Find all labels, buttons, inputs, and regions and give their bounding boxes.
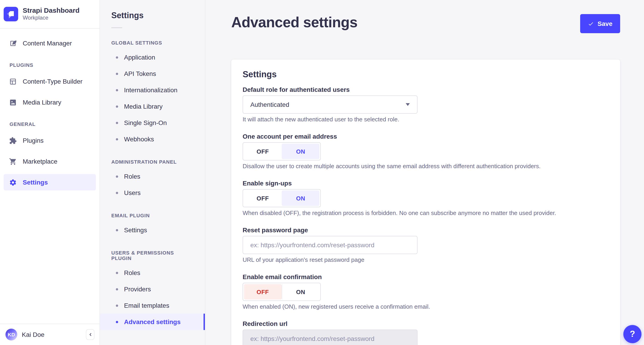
cart-icon (9, 158, 17, 165)
toggle-on-option[interactable]: ON (282, 284, 320, 299)
subnav-divider (111, 27, 122, 28)
bullet-icon (116, 304, 118, 306)
toggle-on-option[interactable]: ON (282, 144, 320, 159)
sidebar-item-content-manager[interactable]: Content Manager (4, 35, 96, 51)
subnav-item-label: Providers (124, 285, 151, 293)
brand-text: Strapi Dashboard Workplace (23, 6, 80, 21)
subnav-item-label: Roles (124, 269, 140, 276)
field-helper: When enabled (ON), new registered users … (242, 303, 609, 310)
subnav-item-webhooks[interactable]: Webhooks (100, 131, 205, 147)
field-sign-ups: Enable sign-ups OFF ON When disabled (OF… (242, 180, 609, 216)
subnav-item-label: Single Sign-On (124, 119, 167, 126)
subnav-item-internationalization[interactable]: Internationalization (100, 82, 205, 98)
subnav-item-providers[interactable]: Providers (100, 281, 205, 297)
bullet-icon (116, 175, 118, 177)
subnav-item-advanced-settings[interactable]: Advanced settings (100, 314, 205, 330)
sidebar-item-plugins[interactable]: Plugins (4, 132, 96, 149)
field-redirection-url: Redirection url (242, 320, 609, 345)
settings-card: Settings Default role for authenticated … (231, 60, 620, 345)
field-label: Enable sign-ups (242, 180, 609, 187)
question-icon: ? (630, 329, 635, 339)
bullet-icon (116, 321, 118, 323)
default-role-select[interactable]: Authenticated (242, 96, 418, 114)
subnav-item-label: API Tokens (124, 70, 156, 77)
select-value: Authenticated (250, 101, 289, 108)
subnav-group-label: USERS & PERMISSIONS PLUGIN (100, 250, 205, 261)
caret-down-icon (406, 103, 410, 106)
avatar[interactable]: KD (6, 329, 17, 340)
toggle-off-option[interactable]: OFF (244, 144, 282, 159)
image-icon (9, 98, 17, 106)
settings-subnav: Settings GLOBAL SETTINGS Application API… (100, 0, 205, 345)
gear-icon (9, 178, 17, 186)
field-helper: Disallow the user to create multiple acc… (242, 163, 609, 170)
save-button-label: Save (598, 20, 612, 27)
redirection-url-input (242, 329, 418, 345)
subnav-group-users-permissions: USERS & PERMISSIONS PLUGIN Roles Provide… (100, 250, 205, 330)
field-one-account: One account per email address OFF ON Dis… (242, 133, 609, 170)
main-sidebar: Strapi Dashboard Workplace Content Manag… (0, 0, 100, 345)
bullet-icon (116, 272, 118, 274)
subnav-item-label: Internationalization (124, 86, 178, 94)
sidebar-section-general: GENERAL (10, 121, 96, 127)
pen-icon (9, 39, 17, 47)
page-title: Advanced settings (231, 14, 357, 31)
subnav-item-application[interactable]: Application (100, 49, 205, 66)
sidebar-item-settings[interactable]: Settings (4, 174, 96, 190)
subnav-item-email-settings[interactable]: Settings (100, 222, 205, 238)
sidebar-nav: Content Manager PLUGINS Content-Type Bui… (0, 29, 100, 195)
subnav-item-media-library[interactable]: Media Library (100, 98, 205, 115)
subnav-item-single-sign-on[interactable]: Single Sign-On (100, 115, 205, 131)
help-button[interactable]: ? (623, 325, 642, 343)
layout-grid-icon (9, 78, 17, 85)
subnav-item-admin-users[interactable]: Users (100, 185, 205, 201)
bullet-icon (116, 73, 118, 75)
user-name[interactable]: Kai Doe (22, 331, 81, 338)
sidebar-item-label: Plugins (23, 137, 44, 144)
toggle-on-option[interactable]: ON (282, 190, 320, 206)
sidebar-item-label: Content-Type Builder (23, 78, 82, 85)
subnav-group-label: ADMINISTRATION PANEL (100, 159, 205, 165)
sidebar-item-label: Marketplace (23, 158, 58, 165)
sidebar-section-plugins: PLUGINS (10, 62, 96, 68)
subnav-item-label: Webhooks (124, 135, 154, 143)
subnav-group-administration-panel: ADMINISTRATION PANEL Roles Users (100, 159, 205, 201)
strapi-logo-icon (4, 7, 18, 21)
subnav-title: Settings (100, 11, 205, 21)
toggle-off-option[interactable]: OFF (244, 190, 282, 206)
bullet-icon (116, 288, 118, 290)
workspace-subtitle: Workplace (23, 15, 80, 21)
toggle-off-option[interactable]: OFF (244, 284, 282, 299)
workspace-brand: Strapi Dashboard Workplace (0, 0, 100, 29)
field-helper: When disabled (OFF), the registration pr… (242, 210, 609, 216)
subnav-group-email-plugin: EMAIL PLUGIN Settings (100, 213, 205, 238)
subnav-item-label: Media Library (124, 103, 163, 110)
subnav-item-label: Advanced settings (124, 318, 180, 325)
bullet-icon (116, 192, 118, 194)
bullet-icon (116, 89, 118, 91)
bullet-icon (116, 138, 118, 140)
chevron-left-icon (88, 332, 92, 337)
bullet-icon (116, 122, 118, 124)
field-label: Default role for authenticated users (242, 86, 609, 93)
sidebar-item-content-type-builder[interactable]: Content-Type Builder (4, 73, 96, 90)
bullet-icon (116, 229, 118, 231)
card-title: Settings (242, 70, 609, 80)
collapse-sidebar-button[interactable] (86, 329, 94, 340)
save-button[interactable]: Save (580, 14, 620, 33)
sidebar-item-media-library[interactable]: Media Library (4, 94, 96, 110)
subnav-group-label: EMAIL PLUGIN (100, 213, 205, 218)
reset-password-input[interactable] (242, 236, 418, 254)
sidebar-item-label: Media Library (23, 99, 61, 106)
subnav-item-label: Roles (124, 173, 140, 180)
subnav-item-email-templates[interactable]: Email templates (100, 297, 205, 314)
workspace-title: Strapi Dashboard (23, 6, 80, 15)
subnav-item-admin-roles[interactable]: Roles (100, 168, 205, 185)
subnav-item-label: Email templates (124, 302, 169, 309)
sidebar-item-marketplace[interactable]: Marketplace (4, 153, 96, 170)
subnav-item-up-roles[interactable]: Roles (100, 264, 205, 281)
field-email-confirmation: Enable email confirmation OFF ON When en… (242, 273, 609, 310)
subnav-item-api-tokens[interactable]: API Tokens (100, 66, 205, 82)
main-content: Advanced settings Save Settings Default … (205, 0, 644, 345)
subnav-item-label: Application (124, 54, 155, 61)
